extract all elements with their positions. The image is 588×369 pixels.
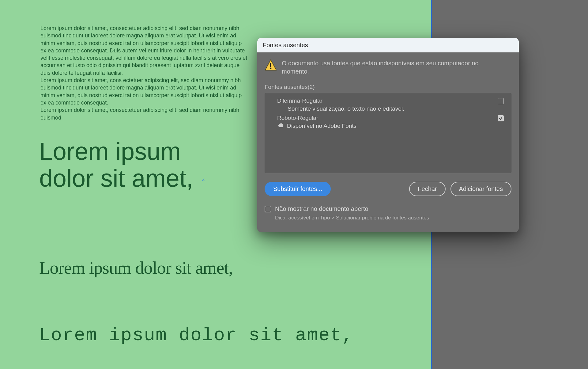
add-fonts-button[interactable]: Adicionar fontes [450, 182, 511, 196]
dont-show-checkbox[interactable] [265, 206, 271, 212]
tip-text: Dica: acessível em Tipo > Solucionar pro… [265, 215, 511, 226]
overset-marker-icon: × [202, 177, 205, 183]
headline-sample-1: Lorem ipsum dolor sit amet, × [39, 138, 205, 192]
dialog-title: Fontes ausentes [257, 38, 519, 52]
paragraph: Lorem ipsum dolor sit amet, cons ectetue… [40, 77, 249, 106]
headline-line: dolor sit amet, [39, 165, 193, 192]
replace-fonts-button[interactable]: Substituir fontes... [265, 182, 331, 196]
body-text-block: Lorem ipsum dolor sit amet, consectetuer… [40, 25, 249, 121]
font-activate-checkbox[interactable] [498, 115, 504, 121]
font-status-text: Disponível no Adobe Fonts [287, 123, 356, 129]
missing-fonts-dialog: Fontes ausentes O documento usa fontes q… [257, 38, 519, 232]
font-status: Somente visualização: o texto não é edit… [277, 105, 498, 112]
font-list-label: Fontes ausentes(2) [265, 84, 511, 90]
paragraph: Lorem ipsum dolor sit amet, consectetuer… [40, 106, 249, 121]
svg-point-2 [270, 68, 272, 69]
close-button[interactable]: Fechar [409, 182, 445, 196]
font-status: Disponível no Adobe Fonts [277, 123, 498, 129]
font-list-item[interactable]: Dilemma-Regular Somente visualização: o … [265, 96, 511, 113]
font-name: Dilemma-Regular [277, 97, 498, 104]
warning-message: O documento usa fontes que estão indispo… [282, 59, 493, 76]
font-list-item[interactable]: Roboto-Regular Disponível no Adobe Fonts [265, 113, 511, 131]
font-name: Roboto-Regular [277, 115, 498, 121]
dont-show-label: Não mostrar no documento aberto [275, 205, 368, 212]
missing-fonts-list: Dilemma-Regular Somente visualização: o … [265, 93, 511, 173]
warning-icon [265, 59, 277, 71]
paragraph: Lorem ipsum dolor sit amet, consectetuer… [40, 25, 249, 77]
headline-sample-2: Lorem ipsum dolor sit amet, [39, 257, 233, 278]
font-activate-checkbox[interactable] [498, 98, 504, 104]
svg-rect-1 [270, 63, 271, 67]
adobe-fonts-icon [277, 123, 284, 129]
headline-sample-3: Lorem ipsum dolor sit amet, [39, 325, 353, 346]
headline-line: Lorem ipsum [39, 138, 181, 165]
